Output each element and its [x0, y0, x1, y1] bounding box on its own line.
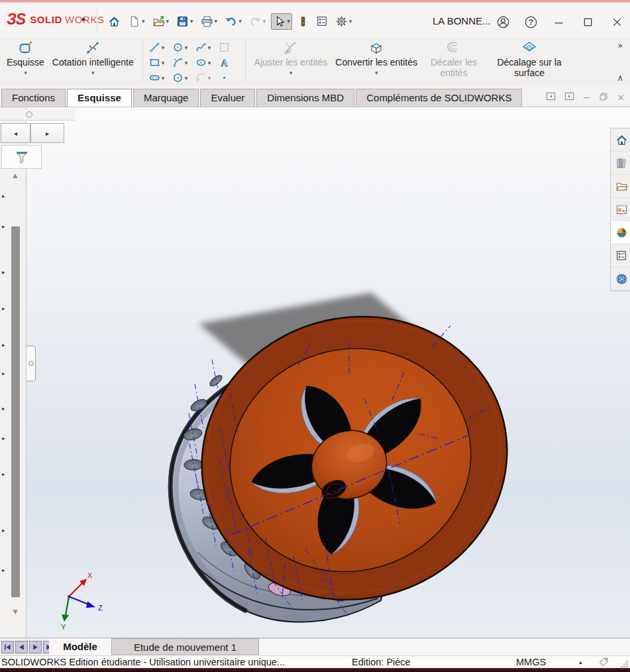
- dropdown-caret-icon[interactable]: ▾: [208, 44, 211, 51]
- maximize-button[interactable]: [580, 15, 595, 29]
- scroll-down-icon[interactable]: ▼: [9, 608, 22, 615]
- dropdown-caret-icon[interactable]: ▾: [52, 70, 134, 76]
- dropdown-caret-icon[interactable]: ▾: [162, 44, 165, 51]
- line-icon[interactable]: ▾: [148, 40, 171, 55]
- tp-forum-icon[interactable]: [611, 267, 630, 291]
- dropdown-caret-icon[interactable]: ▾: [162, 60, 165, 66]
- ribbon-overflow-icon[interactable]: »: [617, 40, 623, 50]
- help-icon[interactable]: ?: [523, 15, 538, 29]
- print-icon[interactable]: ▾: [199, 13, 220, 30]
- dropdown-caret-icon[interactable]: ▾: [162, 75, 165, 81]
- scroll-up-icon[interactable]: ▲: [9, 172, 22, 179]
- dropdown-caret-icon[interactable]: ▾: [238, 18, 242, 24]
- undo-icon[interactable]: ▾: [223, 13, 244, 30]
- tree-expand-icon[interactable]: ▸: [2, 567, 5, 573]
- doc-restore-icon[interactable]: [599, 92, 608, 103]
- polygon-icon[interactable]: ▾: [171, 70, 194, 85]
- tp-appearances-icon[interactable]: [611, 221, 630, 244]
- units-caret-icon[interactable]: ▴: [579, 659, 582, 665]
- tree-expand-icon[interactable]: ▸: [2, 224, 5, 230]
- tree-expand-icon[interactable]: ▸: [2, 528, 5, 534]
- convert-entities-button[interactable]: Convertir les entités▾: [331, 38, 421, 78]
- tp-custom-properties-icon[interactable]: [611, 244, 630, 267]
- dropdown-caret-icon[interactable]: ▾: [7, 70, 44, 76]
- dropdown-caret-icon[interactable]: ▾: [263, 18, 266, 24]
- trim-entities-button[interactable]: Ajuster les entités▾: [250, 38, 332, 78]
- dropdown-caret-icon[interactable]: ▾: [166, 18, 170, 24]
- tab-dimensions-mbd[interactable]: Dimensions MBD: [256, 89, 354, 107]
- tab-fonctions[interactable]: Fonctions: [1, 89, 66, 107]
- filter-button[interactable]: [1, 145, 42, 169]
- dropdown-caret-icon[interactable]: ▾: [190, 18, 193, 24]
- tree-expand-icon[interactable]: ▸: [2, 269, 5, 275]
- tab-evaluer[interactable]: Evaluer: [200, 89, 255, 107]
- ribbon-collapse-icon[interactable]: ∧: [617, 73, 623, 83]
- esquisse-tool-button[interactable]: Esquisse▾: [3, 38, 48, 76]
- tree-forward-button[interactable]: ▸: [30, 123, 64, 143]
- tree-expand-icon[interactable]: ▸: [2, 342, 5, 348]
- tp-view-palette-icon[interactable]: [611, 198, 630, 221]
- tree-expand-icon[interactable]: ▸: [2, 193, 5, 199]
- dropdown-caret-icon[interactable]: ▾: [254, 70, 328, 76]
- traffic-light-icon[interactable]: [295, 14, 311, 29]
- tab-esquisse[interactable]: Esquisse: [67, 89, 132, 107]
- dropdown-caret-icon[interactable]: ▾: [185, 60, 188, 66]
- viewport[interactable]: X Y Z ▾▾▾▾▾: [26, 107, 630, 638]
- doc-close-icon[interactable]: ×: [617, 92, 625, 103]
- tp-file-explorer-icon[interactable]: [611, 175, 630, 198]
- minimize-button[interactable]: [551, 15, 566, 29]
- tree-expand-icon[interactable]: ▸: [2, 471, 5, 477]
- dropdown-caret-icon[interactable]: ▾: [185, 44, 188, 51]
- rectangle-icon[interactable]: ▾: [148, 55, 171, 70]
- dropdown-caret-icon[interactable]: ▾: [142, 18, 145, 24]
- panel-top-splitter[interactable]: [0, 109, 75, 120]
- text-icon[interactable]: A: [217, 55, 240, 70]
- spline-icon[interactable]: ▾: [194, 40, 217, 55]
- user-account-icon[interactable]: [496, 15, 510, 29]
- offset-entities-button[interactable]: Décaler les entités: [421, 38, 486, 78]
- gear-icon[interactable]: ▾: [333, 13, 354, 30]
- lasso-icon[interactable]: [217, 40, 240, 55]
- dropdown-caret-icon[interactable]: ▾: [208, 60, 211, 66]
- save-icon[interactable]: ▾: [174, 13, 195, 30]
- tab-model[interactable]: Modèle: [49, 638, 112, 655]
- tp-design-library-icon[interactable]: [611, 152, 630, 175]
- dropdown-caret-icon[interactable]: ▾: [215, 18, 218, 24]
- fillet-icon[interactable]: ▾: [194, 70, 217, 85]
- status-units[interactable]: MMGS: [516, 657, 546, 667]
- doc-minimize-icon[interactable]: −: [583, 92, 591, 103]
- close-button[interactable]: [609, 15, 624, 29]
- panel-scrollbar-thumb[interactable]: [11, 226, 20, 597]
- new-document-icon[interactable]: ▾: [126, 13, 147, 30]
- dropdown-caret-icon[interactable]: ▾: [208, 75, 211, 81]
- redo-icon[interactable]: ▾: [247, 13, 268, 30]
- dropdown-caret-icon[interactable]: ▾: [335, 70, 417, 76]
- tab-complements[interactable]: Compléments de SOLIDWORKS: [356, 89, 522, 107]
- dropdown-caret-icon[interactable]: ▾: [349, 18, 352, 24]
- tree-expand-icon[interactable]: ▸: [2, 306, 5, 312]
- go-previous-icon[interactable]: [15, 641, 28, 653]
- home-icon[interactable]: [106, 13, 123, 30]
- tree-expand-icon[interactable]: ▸: [2, 371, 5, 377]
- go-next-icon[interactable]: [29, 641, 42, 653]
- tp-home-icon[interactable]: [611, 128, 630, 152]
- pane-next-icon[interactable]: [564, 91, 574, 103]
- dropdown-caret-icon[interactable]: ▾: [287, 18, 290, 24]
- select-cursor-icon[interactable]: ▾: [271, 13, 292, 30]
- viewport-canvas[interactable]: X Y Z: [26, 107, 630, 638]
- slot-icon[interactable]: ▾: [148, 70, 171, 85]
- arc-icon[interactable]: ▾: [171, 55, 194, 70]
- tree-expand-icon[interactable]: ▸: [2, 406, 5, 412]
- go-first-icon[interactable]: [1, 641, 14, 653]
- surface-offset-button[interactable]: Décalage sur la surface: [486, 38, 572, 78]
- tab-motion-study[interactable]: Etude de mouvement 1: [111, 638, 259, 655]
- tree-expand-icon[interactable]: ▸: [2, 436, 5, 442]
- open-icon[interactable]: ▾: [150, 13, 172, 30]
- smart-dimension-button[interactable]: Cotation intelligente▾: [48, 38, 138, 76]
- circle-icon[interactable]: ▾: [171, 40, 194, 55]
- ellipse-icon[interactable]: ▾: [194, 55, 217, 70]
- display-pane-icon[interactable]: [314, 13, 330, 29]
- menu-expand-icon[interactable]: ▸: [82, 15, 86, 23]
- pane-previous-icon[interactable]: [546, 91, 556, 103]
- tree-back-button[interactable]: ◂: [1, 123, 30, 143]
